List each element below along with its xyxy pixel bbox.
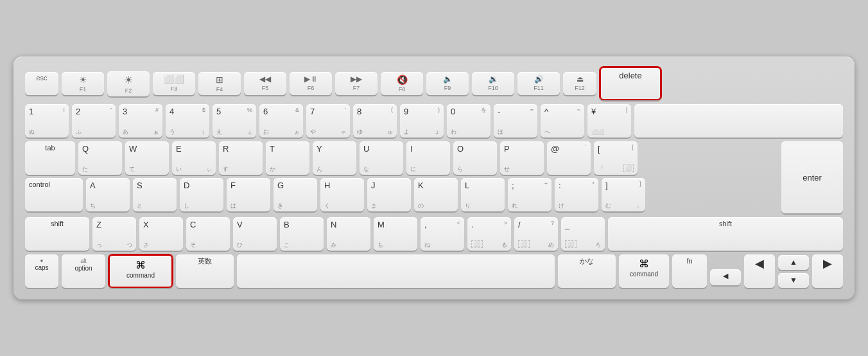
- keyboard: esc ☀ F1 ☀ F2 ⬜⬜ F3 ⊞ F4: [13, 57, 855, 299]
- key-6[interactable]: 6 & お ぉ: [259, 104, 303, 138]
- key-r[interactable]: R す: [219, 141, 263, 175]
- key-l[interactable]: L り: [461, 178, 505, 211]
- key-j[interactable]: J ま: [367, 178, 411, 211]
- key-u[interactable]: U な: [360, 141, 403, 175]
- key-f3[interactable]: ⬜⬜ F3: [153, 72, 195, 95]
- key-backslash[interactable]: _ ⬜ ろ: [561, 217, 605, 251]
- key-h[interactable]: H く: [320, 178, 364, 211]
- key-9[interactable]: 9 ) よ ょ: [400, 104, 444, 138]
- key-delete[interactable]: delete: [600, 67, 661, 100]
- key-v[interactable]: V ひ: [233, 217, 277, 251]
- key-p[interactable]: P せ: [500, 141, 544, 175]
- key-f5[interactable]: ◀◀ F5: [244, 72, 286, 95]
- key-y[interactable]: Y ん: [313, 141, 356, 175]
- number-row: 1 ! ぬ 2 " ふ 3 # あ ぁ: [25, 104, 843, 138]
- key-s[interactable]: S と: [133, 178, 177, 211]
- key-eisu[interactable]: 英数: [176, 254, 234, 288]
- key-f2[interactable]: ☀ F2: [107, 71, 150, 96]
- key-f8[interactable]: 🔇 F8: [381, 72, 423, 95]
- key-caret[interactable]: ^ ~ へ: [541, 104, 584, 138]
- key-3[interactable]: 3 # あ ぁ: [119, 104, 162, 138]
- key-slash[interactable]: / ? ⬜ め: [514, 217, 558, 251]
- key-2[interactable]: 2 " ふ: [72, 104, 116, 138]
- qwerty-caps-group: tab Q た W: [25, 141, 778, 213]
- key-x[interactable]: X さ: [139, 217, 183, 251]
- key-bracket-l[interactable]: [ { 「 ⬜: [594, 141, 638, 175]
- asdf-row: control A ち S: [25, 178, 778, 211]
- key-space[interactable]: [237, 254, 555, 288]
- key-b[interactable]: B こ: [280, 217, 324, 251]
- key-z[interactable]: Z っ つ: [92, 217, 136, 251]
- key-f6[interactable]: ▶⏸ F6: [290, 72, 332, 95]
- zxcv-row: shift Z っ つ X さ C: [25, 217, 843, 251]
- key-option[interactable]: alt option: [62, 254, 105, 288]
- key-f4[interactable]: ⊞ F4: [198, 72, 241, 95]
- key-0[interactable]: 0 を わ: [447, 104, 490, 138]
- key-d[interactable]: D し: [180, 178, 223, 211]
- key-e[interactable]: E い ぃ: [172, 141, 216, 175]
- key-colon[interactable]: : * け: [555, 178, 598, 211]
- key-left-arrow[interactable]: ◀: [744, 254, 775, 288]
- key-command-right[interactable]: ⌘ command: [619, 254, 669, 288]
- key-i[interactable]: I に: [406, 141, 450, 175]
- key-t[interactable]: T か: [266, 141, 309, 175]
- key-f10[interactable]: 🔉 F10: [472, 72, 514, 95]
- key-n[interactable]: N み: [327, 217, 370, 251]
- key-1[interactable]: 1 ! ぬ: [25, 104, 69, 138]
- key-minus[interactable]: - = ほ: [494, 104, 537, 138]
- key-esc[interactable]: esc: [25, 72, 58, 95]
- key-m[interactable]: M も: [374, 217, 417, 251]
- bottom-row: ● caps alt option ⌘ command 英数: [25, 254, 843, 288]
- fn-row: esc ☀ F1 ☀ F2 ⬜⬜ F3 ⊞ F4: [25, 67, 843, 100]
- arrow-keys: ◀ ▲ ▼ ▶: [744, 254, 843, 288]
- key-bracket-r[interactable]: ] } む 」: [602, 178, 645, 211]
- key-command-left[interactable]: ⌘ command: [108, 254, 173, 288]
- key-7[interactable]: 7 ' や ゃ: [306, 104, 350, 138]
- key-arrow-left[interactable]: ◀: [710, 269, 741, 285]
- key-shift-right[interactable]: shift: [608, 217, 843, 251]
- key-5[interactable]: 5 % え ぇ: [213, 104, 256, 138]
- key-f11[interactable]: 🔊 F11: [517, 72, 560, 95]
- key-enter[interactable]: enter: [781, 141, 843, 213]
- key-4[interactable]: 4 $ う ぅ: [166, 104, 209, 138]
- key-f[interactable]: F は: [227, 178, 270, 211]
- key-q[interactable]: Q た: [78, 141, 122, 175]
- key-caps-lock[interactable]: control: [25, 178, 83, 211]
- key-shift-left[interactable]: shift: [25, 217, 89, 251]
- key-f12[interactable]: ⏏ F12: [563, 72, 596, 95]
- key-tab[interactable]: tab: [25, 141, 75, 175]
- key-c[interactable]: C そ: [186, 217, 230, 251]
- key-right-arrow[interactable]: ▶: [812, 254, 843, 288]
- key-f7[interactable]: ▶▶ F7: [335, 72, 378, 95]
- key-yen[interactable]: ¥ | ⬜⬜: [587, 104, 631, 138]
- key-at[interactable]: @ `: [547, 141, 591, 175]
- key-8[interactable]: 8 ( ゆ ゅ: [353, 104, 397, 138]
- key-caps[interactable]: ● caps: [25, 254, 58, 288]
- qwerty-enter-group: tab Q た W: [25, 141, 843, 213]
- up-down-arrows: ▲ ▼: [778, 255, 809, 288]
- key-g[interactable]: G き: [273, 178, 317, 211]
- key-fn-right[interactable]: fn: [672, 254, 707, 288]
- key-f9[interactable]: 🔈 F9: [426, 72, 469, 95]
- key-f1[interactable]: ☀ F1: [62, 72, 104, 95]
- key-k[interactable]: K の: [414, 178, 458, 211]
- key-period[interactable]: . > ⬜ る: [467, 217, 511, 251]
- key-kana[interactable]: かな: [558, 254, 616, 288]
- key-down-arrow[interactable]: ▼: [778, 273, 809, 288]
- key-comma[interactable]: , < ね: [421, 217, 464, 251]
- key-w[interactable]: W て: [125, 141, 169, 175]
- key-delete-2[interactable]: [634, 104, 843, 138]
- key-up-arrow[interactable]: ▲: [778, 255, 809, 270]
- key-semicolon[interactable]: ; + れ: [508, 178, 551, 211]
- key-a[interactable]: A ち: [86, 178, 130, 211]
- arrow-cluster: ◀: [710, 269, 741, 288]
- qwerty-row: tab Q た W: [25, 141, 778, 175]
- key-o[interactable]: O ら: [453, 141, 497, 175]
